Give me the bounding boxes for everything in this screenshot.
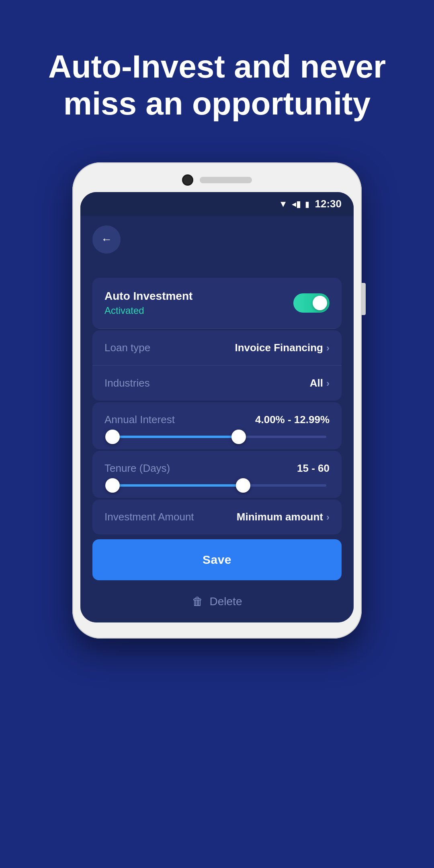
investment-amount-value: Minimum amount: [237, 511, 323, 523]
loan-type-value: Invoice Financing: [235, 342, 323, 354]
annual-interest-track[interactable]: [108, 436, 326, 438]
save-button[interactable]: Save: [92, 539, 342, 580]
tenure-thumb-left[interactable]: [105, 478, 120, 493]
loan-type-value-group: Invoice Financing ›: [235, 342, 330, 354]
signal-icon: ◂▮: [292, 199, 301, 209]
loan-type-row[interactable]: Loan type Invoice Financing ›: [92, 330, 342, 366]
auto-investment-toggle[interactable]: [293, 293, 330, 313]
investment-amount-value-group: Minimum amount ›: [237, 511, 330, 523]
toggle-section: Auto Investment Activated: [92, 278, 342, 329]
annual-interest-thumb-right[interactable]: [231, 430, 246, 444]
screen-content: ← Auto Investment Activated: [80, 216, 354, 580]
investment-amount-section[interactable]: Investment Amount Minimum amount ›: [92, 500, 342, 534]
annual-interest-header: Annual Interest 4.00% - 12.99%: [104, 414, 330, 426]
side-button: [362, 283, 366, 315]
delete-icon: 🗑: [192, 595, 203, 608]
battery-icon: ▮: [305, 199, 309, 209]
toggle-label-group: Auto Investment Activated: [104, 290, 192, 316]
industries-label: Industries: [104, 377, 150, 389]
hero-title: Auto-Invest and never miss an opportunit…: [0, 0, 434, 154]
industries-chevron-icon: ›: [326, 378, 330, 389]
back-arrow-icon: ←: [101, 233, 112, 246]
auto-investment-status: Activated: [104, 305, 192, 316]
tenure-label: Tenure (Days): [104, 462, 170, 475]
tenure-range: 15 - 60: [297, 462, 330, 475]
tenure-track[interactable]: [108, 484, 326, 487]
delete-section[interactable]: 🗑 Delete: [80, 580, 354, 622]
phone-top-bar: [80, 174, 354, 186]
industries-value: All: [310, 377, 323, 389]
phone-shell: ▼ ◂▮ ▮ 12:30 ← Auto Investment A: [72, 162, 362, 639]
loan-type-chevron-icon: ›: [326, 342, 330, 354]
investment-amount-chevron-icon: ›: [326, 512, 330, 523]
annual-interest-label: Annual Interest: [104, 414, 175, 426]
tenure-thumb-right[interactable]: [236, 478, 250, 493]
tenure-header: Tenure (Days) 15 - 60: [104, 462, 330, 475]
front-camera: [182, 174, 193, 186]
investment-amount-label: Investment Amount: [104, 511, 194, 523]
industries-value-group: All ›: [310, 377, 330, 389]
back-button[interactable]: ←: [92, 225, 121, 254]
industries-row[interactable]: Industries All ›: [92, 366, 342, 401]
tenure-section: Tenure (Days) 15 - 60: [92, 451, 342, 498]
auto-investment-card: Auto Investment Activated: [92, 278, 342, 329]
loan-industries-section: Loan type Invoice Financing › Industries…: [92, 330, 342, 401]
annual-interest-section: Annual Interest 4.00% - 12.99%: [92, 402, 342, 449]
time-display: 12:30: [315, 198, 342, 210]
status-bar: ▼ ◂▮ ▮ 12:30: [80, 192, 354, 216]
status-icons: ▼ ◂▮ ▮: [279, 199, 309, 209]
tenure-fill: [113, 484, 243, 487]
toggle-knob: [313, 296, 327, 310]
annual-interest-thumb-left[interactable]: [105, 430, 120, 444]
phone-speaker: [200, 177, 252, 183]
auto-investment-label: Auto Investment: [104, 290, 192, 303]
annual-interest-fill: [113, 436, 239, 438]
phone-screen: ▼ ◂▮ ▮ 12:30 ← Auto Investment A: [80, 192, 354, 622]
phone-mockup: ▼ ◂▮ ▮ 12:30 ← Auto Investment A: [72, 162, 362, 639]
wifi-icon: ▼: [279, 199, 288, 209]
loan-type-label: Loan type: [104, 342, 150, 354]
delete-label: Delete: [210, 595, 242, 608]
annual-interest-range: 4.00% - 12.99%: [255, 414, 330, 426]
